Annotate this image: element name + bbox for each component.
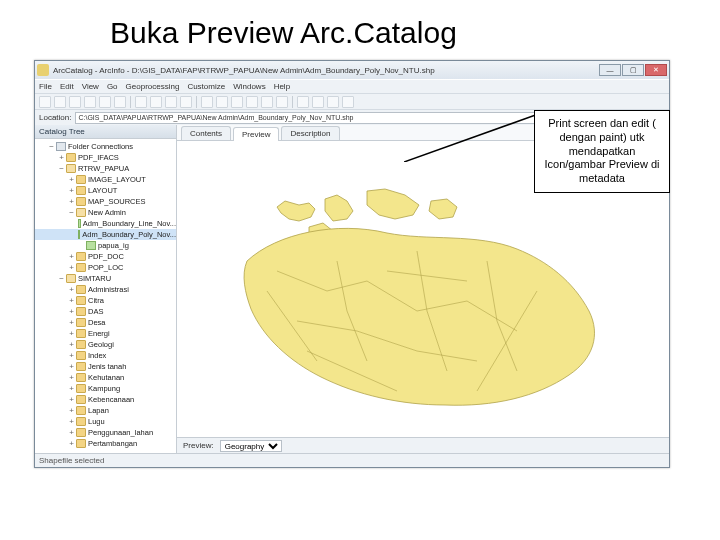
- menu-go[interactable]: Go: [107, 82, 118, 91]
- tree-item-label: SIMTARU: [78, 274, 111, 283]
- tree-item[interactable]: +Administrasi: [35, 284, 176, 295]
- minimize-button[interactable]: —: [599, 64, 621, 76]
- toolbar-button[interactable]: [99, 96, 111, 108]
- folder-icon: [76, 406, 86, 415]
- close-button[interactable]: ✕: [645, 64, 667, 76]
- toolbar-separator: [196, 96, 197, 108]
- folder-icon: [76, 428, 86, 437]
- tree-item-label: New Admin: [88, 208, 126, 217]
- tree-item[interactable]: +Jenis tanah: [35, 361, 176, 372]
- menu-windows[interactable]: Windows: [233, 82, 265, 91]
- tree-root[interactable]: −Folder Connections: [35, 141, 176, 152]
- tree-item-label: PDF_IFACS: [78, 153, 119, 162]
- tree-item[interactable]: +Kehutanan: [35, 372, 176, 383]
- menu-help[interactable]: Help: [274, 82, 290, 91]
- tree-item-label: Jenis tanah: [88, 362, 126, 371]
- tree-item-label: Kehutanan: [88, 373, 124, 382]
- toolbar-button[interactable]: [261, 96, 273, 108]
- app-icon: [37, 64, 49, 76]
- tree-item[interactable]: +Kampung: [35, 383, 176, 394]
- tab-preview[interactable]: Preview: [233, 127, 279, 141]
- toolbar-button[interactable]: [216, 96, 228, 108]
- tree-item[interactable]: +PDF_DOC: [35, 251, 176, 262]
- tree-item[interactable]: +DAS: [35, 306, 176, 317]
- tree-item[interactable]: +Energi: [35, 328, 176, 339]
- folder-icon: [76, 285, 86, 294]
- tree-item[interactable]: +MAP_SOURCES: [35, 196, 176, 207]
- toolbar-button[interactable]: [69, 96, 81, 108]
- toolbar-button[interactable]: [150, 96, 162, 108]
- tree-item[interactable]: Adm_Boundary_Line_Nov...: [35, 218, 176, 229]
- tree-item[interactable]: −New Admin: [35, 207, 176, 218]
- toolbar-button[interactable]: [114, 96, 126, 108]
- tree-item[interactable]: +Index: [35, 350, 176, 361]
- tree-item[interactable]: +PDF_IFACS: [35, 152, 176, 163]
- menu-file[interactable]: File: [39, 82, 52, 91]
- toolbar-button[interactable]: [39, 96, 51, 108]
- maximize-button[interactable]: ▢: [622, 64, 644, 76]
- tree-item[interactable]: +LAYOUT: [35, 185, 176, 196]
- toolbar-button[interactable]: [135, 96, 147, 108]
- folder-icon: [66, 153, 76, 162]
- folder-icon: [76, 329, 86, 338]
- tree-item[interactable]: +Geologi: [35, 339, 176, 350]
- toolbar-button[interactable]: [201, 96, 213, 108]
- tree-item[interactable]: +Penggunaan_lahan: [35, 427, 176, 438]
- toolbar-button[interactable]: [84, 96, 96, 108]
- tree-item[interactable]: +Pertambangan: [35, 438, 176, 449]
- tree-item-label: Adm_Boundary_Poly_Nov...: [82, 230, 176, 239]
- folder-icon: [76, 186, 86, 195]
- toolbar-button[interactable]: [231, 96, 243, 108]
- folder-icon: [76, 351, 86, 360]
- tree-item[interactable]: +IMAGE_LAYOUT: [35, 174, 176, 185]
- folder-icon: [76, 252, 86, 261]
- tree-item[interactable]: +Desa: [35, 317, 176, 328]
- titlebar: ArcCatalog - ArcInfo - D:\GIS_DATA\FAP\R…: [35, 61, 669, 79]
- tab-contents[interactable]: Contents: [181, 126, 231, 140]
- preview-type-select[interactable]: GeographyTable: [220, 440, 282, 452]
- tree-item[interactable]: −SIMTARU: [35, 273, 176, 284]
- tree-item-label: Pertambangan: [88, 439, 137, 448]
- tree-item[interactable]: +POP_LOC: [35, 262, 176, 273]
- tree-item[interactable]: −RTRW_PAPUA: [35, 163, 176, 174]
- tree-item[interactable]: +Kebencanaan: [35, 394, 176, 405]
- tree-item[interactable]: papua_ig: [35, 240, 176, 251]
- toolbar-button[interactable]: [297, 96, 309, 108]
- tree-item-label: POP_LOC: [88, 263, 123, 272]
- toolbar-button[interactable]: [342, 96, 354, 108]
- folder-icon: [76, 318, 86, 327]
- tree-item[interactable]: +Lapan: [35, 405, 176, 416]
- folder-icon: [76, 340, 86, 349]
- address-label: Location:: [39, 113, 71, 122]
- tree-item-label: DAS: [88, 307, 103, 316]
- tree-item[interactable]: +Lugu: [35, 416, 176, 427]
- folder-icon: [76, 362, 86, 371]
- toolbar-button[interactable]: [312, 96, 324, 108]
- toolbar-button[interactable]: [246, 96, 258, 108]
- tree-item-label: RTRW_PAPUA: [78, 164, 129, 173]
- menu-edit[interactable]: Edit: [60, 82, 74, 91]
- folder-icon: [76, 384, 86, 393]
- map-graphic: [217, 161, 637, 437]
- toolbar-button[interactable]: [327, 96, 339, 108]
- slide-title: Buka Preview Arc.Catalog: [0, 0, 720, 60]
- menu-view[interactable]: View: [82, 82, 99, 91]
- tree-item-label: Energi: [88, 329, 110, 338]
- folder-icon: [76, 263, 86, 272]
- folder-icon: [76, 175, 86, 184]
- tree-item[interactable]: Adm_Boundary_Poly_Nov...: [35, 229, 176, 240]
- catalog-tree-header: Catalog Tree: [35, 125, 176, 139]
- tree-item-label: PDF_DOC: [88, 252, 124, 261]
- toolbar-button[interactable]: [165, 96, 177, 108]
- folder-icon: [76, 197, 86, 206]
- tab-description[interactable]: Description: [281, 126, 339, 140]
- tree-item-label: LAYOUT: [88, 186, 117, 195]
- menu-customize[interactable]: Customize: [187, 82, 225, 91]
- catalog-tree[interactable]: −Folder Connections +PDF_IFACS−RTRW_PAPU…: [35, 139, 176, 453]
- toolbar-button[interactable]: [54, 96, 66, 108]
- menu-geoprocessing[interactable]: Geoprocessing: [126, 82, 180, 91]
- tree-item[interactable]: +Citra: [35, 295, 176, 306]
- folder-icon: [66, 164, 76, 173]
- toolbar-button[interactable]: [276, 96, 288, 108]
- toolbar-button[interactable]: [180, 96, 192, 108]
